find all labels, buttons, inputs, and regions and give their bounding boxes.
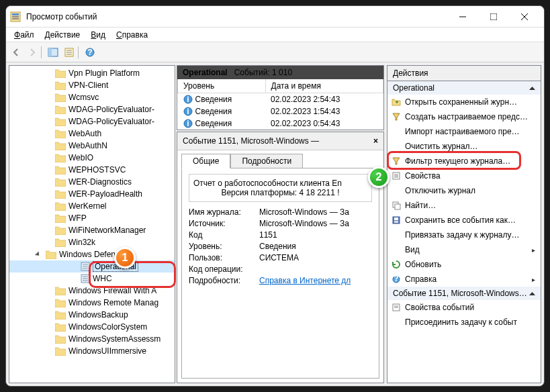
menu-file[interactable]: ФФайлайл: [9, 29, 40, 41]
action-item[interactable]: Открыть сохраненный журн…: [387, 95, 541, 109]
kv-source-k: Источник:: [189, 219, 259, 228]
events-count: Событий: 1 010: [234, 68, 292, 77]
back-button[interactable]: [9, 45, 24, 60]
toolbar: ?: [6, 42, 544, 62]
tree-item[interactable]: WebAuth: [9, 128, 175, 140]
tree-item[interactable]: WER-Diagnostics: [9, 176, 175, 188]
menu-view[interactable]: Вид: [85, 29, 111, 41]
help-button[interactable]: ?: [83, 45, 97, 60]
svg-rect-3: [12, 18, 19, 19]
kv-level-v: Сведения: [259, 242, 296, 251]
action-item[interactable]: Присоединить задачу к событ: [387, 315, 541, 330]
action-item[interactable]: Найти…: [387, 198, 541, 213]
tree-item[interactable]: Windows Firewall With A: [9, 285, 175, 297]
kv-source-v: Microsoft-Windows — За: [259, 219, 349, 228]
events-header: Operational Событий: 1 010: [177, 66, 383, 79]
tree-item[interactable]: WFP: [9, 212, 175, 224]
content-area: Vpn Plugin PlatformVPN-ClientWcmsvcWDAG-…: [6, 62, 544, 386]
event-viewer-window: Просмотр событий ФФайлайл Действие Вид С…: [5, 5, 545, 387]
kv-logname-k: Имя журнала:: [189, 207, 259, 217]
action-icon: [392, 245, 401, 254]
action-item[interactable]: Свойства: [387, 168, 541, 183]
action-icon: [392, 230, 401, 240]
action-item[interactable]: Создать настраиваемое предс…: [387, 109, 541, 124]
kv-logname-v: Microsoft-Windows — За: [259, 207, 349, 217]
show-tree-button[interactable]: [46, 45, 60, 60]
forward-button[interactable]: [25, 45, 40, 60]
tree-item[interactable]: WER-PayloadHealth: [9, 188, 175, 200]
tree-log-item[interactable]: Operational: [9, 260, 175, 273]
action-item[interactable]: Привязать задачу к журналу…: [387, 228, 541, 242]
events-log-name: Operational: [183, 68, 228, 77]
tree-item[interactable]: WDAG-PolicyEvaluator-: [9, 103, 175, 115]
action-item[interactable]: Очистить журнал…: [387, 139, 541, 154]
action-item[interactable]: Вид: [387, 242, 541, 257]
action-item[interactable]: ?Справка: [387, 272, 541, 287]
action-icon: [392, 317, 401, 327]
detail-header: Событие 1151, Microsoft-Windows — ×: [177, 132, 383, 150]
tree-item[interactable]: WindowsSystemAssessm: [9, 333, 175, 345]
minimize-button[interactable]: [447, 6, 478, 28]
tree-item[interactable]: WindowsBackup: [9, 309, 175, 321]
tree-item[interactable]: WerKernel: [9, 200, 175, 212]
tree-panel[interactable]: Vpn Plugin PlatformVPN-ClientWcmsvcWDAG-…: [9, 65, 175, 383]
action-icon: [392, 171, 401, 181]
kv-opcode-k: Код операции:: [189, 264, 259, 274]
kv-code-v: 1151: [259, 230, 277, 240]
actions-title: Действия: [387, 65, 541, 81]
action-icon: [392, 112, 401, 121]
tree-item[interactable]: VPN-Client: [9, 79, 175, 91]
menubar: ФФайлайл Действие Вид Справка: [6, 28, 544, 42]
event-row[interactable]: iСведения02.02.2023 1:54:43: [178, 105, 383, 117]
svg-rect-9: [48, 48, 52, 56]
menu-help[interactable]: Справка: [111, 29, 153, 41]
kv-level-k: Уровень:: [189, 242, 259, 251]
detail-title: Событие 1151, Microsoft-Windows —: [183, 136, 319, 146]
tree-item[interactable]: WindowsUIImmersive: [9, 345, 175, 357]
titlebar: Просмотр событий: [6, 6, 544, 28]
tree-item[interactable]: Windows Remote Manag: [9, 297, 175, 309]
tree-item[interactable]: WebIO: [9, 152, 175, 164]
events-grid[interactable]: Уровень Дата и время iСведения02.02.2023…: [177, 79, 383, 130]
maximize-button[interactable]: [478, 6, 509, 28]
separator: [78, 46, 81, 58]
collapse-icon: [529, 85, 535, 91]
tree-item[interactable]: Vpn Plugin Platform: [9, 67, 175, 79]
actions-body: Operational Открыть сохраненный журн…Соз…: [387, 81, 541, 383]
event-row[interactable]: iСведения02.02.2023 2:54:43: [178, 93, 383, 106]
window-title: Просмотр событий: [26, 12, 447, 21]
tree-item[interactable]: WiFiNetworkManager: [9, 224, 175, 236]
tree-item[interactable]: Wcmsvc: [9, 91, 175, 103]
action-item[interactable]: Сохранить все события как…: [387, 213, 541, 228]
tree-item[interactable]: WebAuthN: [9, 140, 175, 152]
actions-section-event[interactable]: Событие 1151, Microsoft-Windows…: [387, 287, 541, 300]
tree-item[interactable]: Win32k: [9, 236, 175, 248]
action-icon: [392, 97, 401, 107]
tree-item[interactable]: WDAG-PolicyEvaluator-: [9, 115, 175, 128]
kv-more-link[interactable]: Справка в Интернете дл: [259, 276, 351, 285]
close-button[interactable]: [509, 6, 540, 28]
col-datetime[interactable]: Дата и время: [265, 79, 383, 93]
actions-section-operational[interactable]: Operational: [387, 81, 541, 95]
svg-text:?: ?: [394, 275, 398, 283]
tab-details[interactable]: Подробности: [230, 154, 303, 168]
tree-item[interactable]: WEPHOSTSVC: [9, 164, 175, 176]
detail-close-icon[interactable]: ×: [373, 136, 378, 146]
action-item[interactable]: Фильтр текущего журнала…: [387, 154, 541, 168]
tab-general[interactable]: Общие: [181, 154, 230, 168]
svg-text:i: i: [187, 95, 189, 104]
col-level[interactable]: Уровень: [178, 79, 266, 93]
action-icon: [392, 260, 401, 269]
action-item[interactable]: Обновить: [387, 257, 541, 272]
menu-action[interactable]: Действие: [40, 29, 86, 41]
action-item[interactable]: Импорт настраиваемого пре…: [387, 124, 541, 139]
event-row[interactable]: iСведения02.02.2023 0:54:43: [178, 117, 383, 130]
kv-more-k: Подробности:: [189, 276, 259, 285]
tree-item[interactable]: WindowsColorSystem: [9, 321, 175, 333]
tree-log-item[interactable]: WHC: [9, 273, 175, 285]
action-item[interactable]: Свойства событий: [387, 300, 541, 315]
tree-item-expanded[interactable]: Windows Defend: [9, 248, 175, 260]
action-item[interactable]: Отключить журнал: [387, 183, 541, 198]
svg-rect-5: [490, 13, 497, 20]
properties-button[interactable]: [62, 45, 77, 60]
